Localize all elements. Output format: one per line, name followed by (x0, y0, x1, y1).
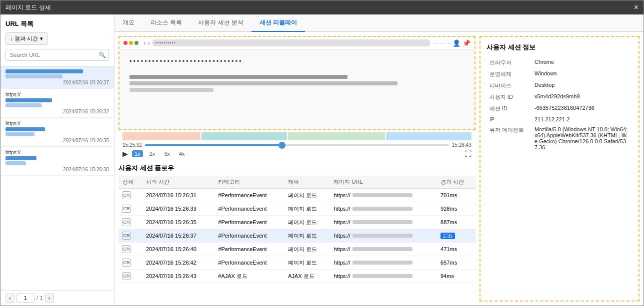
tab-overview[interactable]: 개요 (114, 14, 142, 32)
timeline-segments (122, 132, 472, 140)
url-item-date: 2024/07/16 15:26:30 (6, 167, 109, 172)
info-row-session-id: 세션 ID -6535752238160472736 (486, 103, 632, 114)
cell-title: 페이지 로드 (284, 189, 330, 202)
info-row-user-agent: 유저 에이전트 Mozilla/5.0 (Windows NT 10.0; Wi… (486, 124, 632, 152)
url-blurred (352, 234, 412, 238)
pin-icon: 📌 (462, 39, 470, 47)
session-flow-section: 사용자 세션 플로우 상세 시작 시간 카테고리 제목 페이지 URL 경과 시… (114, 162, 480, 287)
url-item-date: 2024/07/16 15:26:37 (6, 80, 109, 85)
tab-session-replay[interactable]: 세션 리플레이 (252, 14, 305, 32)
sort-button[interactable]: ↓ 경과 시간 ▾ (6, 32, 48, 45)
col-url: 페이지 URL (330, 176, 436, 189)
url-item-text: https:// (6, 150, 109, 155)
url-blurred (352, 274, 412, 278)
table-row[interactable]: CR 2024/07/16 15:26:33 #PerformanceEvent… (118, 202, 476, 216)
cell-url: https:// (330, 202, 436, 216)
url-blurred (352, 207, 412, 211)
cell-category: #PerformanceEvent (214, 229, 284, 243)
timeline-thumb[interactable] (278, 142, 286, 149)
speed-4x-button[interactable]: 4x (176, 150, 188, 157)
speed-2x-button[interactable]: 2x (147, 150, 158, 157)
timeline-slider-row: 15:25:32 15:26:43 (122, 142, 472, 148)
replay-password-row: •••••••••••••••••••••••••••••• (130, 57, 464, 65)
url-bar-secondary (6, 132, 34, 136)
table-row[interactable]: CR 2024/07/16 15:26:40 #PerformanceEvent… (118, 243, 476, 256)
close-button[interactable]: × (634, 3, 638, 11)
info-table-body: 브라우저 Chrome 운영체제 Windows 디바이스 Desktop (486, 57, 632, 152)
fullscreen-button[interactable]: ⛶ (464, 150, 472, 158)
nav-dots (124, 41, 138, 45)
timeline-track[interactable] (145, 144, 449, 146)
info-row-user-id: 사용자 ID x5m4d292ds9mh9 (486, 91, 632, 103)
info-label-ip: IP (486, 114, 532, 124)
cell-start: 2024/07/16 15:26:31 (142, 189, 214, 202)
flow-table-body: CR 2024/07/16 15:26:31 #PerformanceEvent… (118, 189, 476, 283)
url-blurred (352, 193, 412, 197)
flow-table-head: 상세 시작 시간 카테고리 제목 페이지 URL 경과 시간 (118, 176, 476, 189)
list-item[interactable]: 2024/07/16 15:26:37 (0, 66, 114, 89)
play-button[interactable]: ▶ (122, 150, 128, 158)
cell-start: 2024/07/16 15:26:35 (142, 216, 214, 229)
tab-resources[interactable]: 리소스 목록 (142, 14, 190, 32)
url-blurred (352, 261, 412, 265)
replay-page-content: •••••••••••••••••••••••••••••• (120, 49, 474, 129)
search-icon: 🔍 (98, 51, 106, 58)
page-number-input[interactable] (16, 294, 34, 303)
next-page-button[interactable]: › (45, 294, 54, 303)
col-category: 카테고리 (214, 176, 284, 189)
sidebar-title: URL 목록 (6, 19, 109, 28)
list-item[interactable]: https:// 2024/07/16 15:26:32 (0, 89, 114, 118)
nav-dot-yellow (129, 41, 133, 45)
detail-icon: CR (122, 232, 130, 240)
cell-duration: 928ms (436, 202, 476, 216)
col-start: 시작 시간 (142, 176, 214, 189)
cell-url: https:// (330, 229, 436, 243)
table-row[interactable]: CR 2024/07/16 15:26:42 #PerformanceEvent… (118, 256, 476, 270)
url-bar-secondary (6, 74, 62, 78)
detail-icon: CR (122, 191, 130, 199)
url-blurred (352, 247, 412, 251)
cell-category: #PerformanceEvent (214, 216, 284, 229)
table-row[interactable]: CR 2024/07/16 15:26:43 #AJAX 로드 AJAX 로드 … (118, 270, 476, 283)
window-title: 페이지 로드 상세 (6, 3, 51, 12)
cell-start: 2024/07/16 15:26:33 (142, 202, 214, 216)
cell-duration: 701ms (436, 189, 476, 202)
tab-bar: 개요 리소스 목록 사용자 세션 분석 세션 리플레이 (114, 14, 644, 32)
sort-label: ↓ 경과 시간 (10, 35, 38, 42)
speed-1x-button[interactable]: 1x (132, 150, 143, 157)
info-value-browser: Chrome (532, 57, 632, 68)
nav-dot-red (124, 41, 128, 45)
timeline-seg-pink (122, 132, 200, 140)
cell-title: 페이지 로드 (284, 202, 330, 216)
ellipsis-icon: ··· (432, 40, 437, 46)
info-row-browser: 브라우저 Chrome (486, 57, 632, 68)
col-title: 제목 (284, 176, 330, 189)
list-item[interactable]: https:// 2024/07/16 15:26:35 (0, 118, 114, 147)
detail-icon: CR (122, 259, 130, 267)
table-row[interactable]: CR 2024/07/16 15:26:31 #PerformanceEvent… (118, 189, 476, 202)
url-item-date: 2024/07/16 15:26:35 (6, 138, 109, 143)
duration-badge: 2.3s (440, 233, 455, 239)
detail-icon: CR (122, 245, 130, 253)
form-line-1 (130, 75, 348, 79)
session-flow-table: 상세 시작 시간 카테고리 제목 페이지 URL 경과 시간 (118, 176, 476, 283)
info-label-user-agent: 유저 에이전트 (486, 124, 532, 152)
speed-3x-button[interactable]: 3x (162, 150, 172, 157)
user-icon: 👤 (452, 39, 460, 47)
table-row[interactable]: CR 2024/07/16 15:26:35 #PerformanceEvent… (118, 216, 476, 229)
cell-duration: 94ms (436, 270, 476, 283)
search-input[interactable] (6, 49, 109, 61)
table-row-highlighted[interactable]: CR 2024/07/16 15:26:37 #PerformanceEvent… (118, 229, 476, 243)
back-icon: ‹ (144, 39, 146, 47)
cell-category: #PerformanceEvent (214, 189, 284, 202)
panel-body: ‹ › •••••••••• ··· ··· ··· 👤 📌 (114, 32, 644, 306)
main-replay-area: ‹ › •••••••••• ··· ··· ··· 👤 📌 (114, 32, 480, 306)
tab-user-session[interactable]: 사용자 세션 분석 (190, 14, 252, 32)
info-row-os: 운영체제 Windows (486, 68, 632, 80)
list-item[interactable]: https:// 2024/07/16 15:26:30 (0, 147, 114, 176)
timeline-seg-blue (386, 132, 472, 140)
info-label-session-id: 세션 ID (486, 103, 532, 114)
prev-page-button[interactable]: ‹ (6, 294, 14, 303)
cell-url: https:// (330, 189, 436, 202)
url-item-text: https:// (6, 121, 109, 126)
